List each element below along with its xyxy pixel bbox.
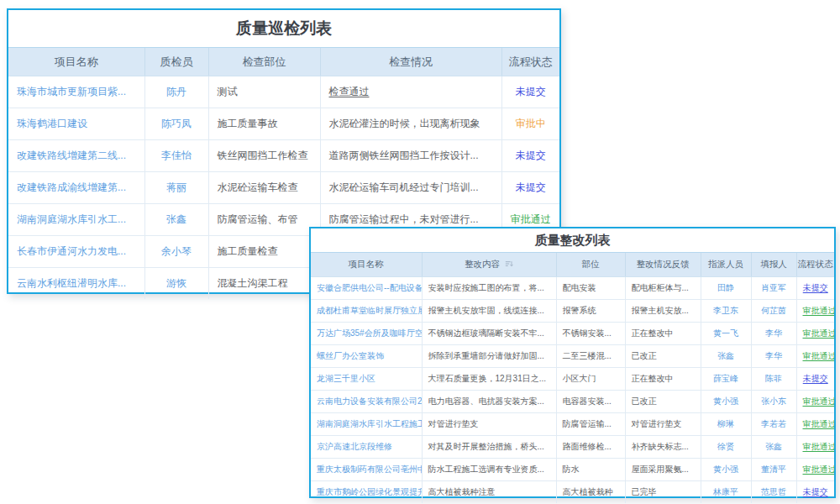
col-header-status: 流程状态: [796, 253, 834, 277]
project-link[interactable]: 湖南洞庭湖水库引水工...: [8, 213, 144, 227]
content-cell: 高大植被栽种注意: [423, 486, 556, 498]
reporter-name[interactable]: 李华: [752, 328, 796, 339]
inspector-name[interactable]: 游恢: [145, 276, 208, 291]
reporter-name[interactable]: 李若若: [752, 418, 796, 430]
location-cell: 施工质量事故: [209, 117, 320, 131]
col-header-location: 检查部位: [208, 48, 320, 76]
table-row: 重庆市鹅岭公园绿化景观提升...高大植被栽种注意高大植被栽种已完毕林康平范思哲未…: [311, 481, 834, 504]
part-cell: 防水: [557, 464, 625, 475]
status-badge[interactable]: 未提交: [797, 282, 835, 294]
assignee-name[interactable]: 张鑫: [701, 350, 751, 362]
reporter-name[interactable]: 范思哲: [752, 486, 796, 498]
col-header-reporter: 填报人: [751, 253, 796, 277]
col-header-inspector: 质检员: [144, 48, 208, 76]
project-link[interactable]: 重庆市鹅岭公园绿化景观提升...: [311, 486, 422, 498]
situation-cell: 水泥砼灌注的时候，出现离析现象: [321, 117, 501, 131]
col-header-status: 流程状态: [501, 48, 559, 76]
status-badge[interactable]: 审批通过: [797, 464, 835, 475]
status-badge[interactable]: 未提交: [502, 181, 560, 195]
content-cell: 防水工程施工选调有专业资质...: [423, 464, 556, 475]
part-cell: 路面维修检...: [557, 441, 625, 453]
reporter-name[interactable]: 何芷茵: [752, 305, 796, 317]
reporter-name[interactable]: 张鑫: [752, 441, 796, 453]
table-row: 成都杜甫草堂临时展厅独立展...报警主机安放牢固，线缆连接...报警系统报警主机…: [311, 300, 834, 323]
project-link[interactable]: 京沪高速北京段维修: [311, 441, 422, 453]
status-badge[interactable]: 审批通过: [797, 396, 835, 407]
location-cell: 施工质量检查: [209, 244, 320, 259]
project-link[interactable]: 长春市伊通河水力发电...: [8, 244, 144, 259]
table-row: 珠海市城市更新项目紫...陈丹测试检查通过未提交: [8, 76, 559, 108]
feedback-cell: 配电柜柜体与...: [626, 282, 701, 294]
reporter-name[interactable]: 肖亚军: [752, 282, 796, 294]
status-badge[interactable]: 审批通过: [797, 418, 835, 430]
project-link[interactable]: 成都杜甫草堂临时展厅独立展...: [311, 305, 422, 317]
content-cell: 安装时应按施工图的布置，将...: [423, 282, 556, 294]
reporter-name[interactable]: 董清平: [752, 464, 796, 475]
status-badge[interactable]: 未提交: [797, 486, 835, 498]
project-link[interactable]: 改建铁路成渝线增建第...: [8, 181, 144, 195]
col-header-feedback: 整改情况反馈: [625, 253, 701, 277]
inspector-name[interactable]: 李佳怡: [145, 149, 208, 163]
feedback-cell: 已完毕: [626, 486, 701, 498]
assignee-name[interactable]: 黄小强: [701, 396, 751, 407]
situation-cell: 水泥砼运输车司机经过专门培训...: [321, 181, 501, 195]
feedback-cell: 补齐缺失标志...: [626, 441, 701, 453]
project-link[interactable]: 万达广场35#会所及咖啡厅空...: [311, 328, 422, 339]
feedback-cell: 已改正: [626, 396, 701, 407]
sort-icon[interactable]: [505, 260, 513, 268]
project-link[interactable]: 螺丝厂办公室装饰: [311, 350, 422, 362]
status-badge[interactable]: 未提交: [797, 373, 835, 385]
project-link[interactable]: 重庆太极制药有限公司亳州中...: [311, 464, 422, 475]
part-cell: 配电安装: [557, 282, 625, 294]
part-cell: 高大植被栽种: [557, 486, 625, 498]
assignee-name[interactable]: 黄小强: [701, 464, 751, 475]
project-link[interactable]: 改建铁路线增建第二线...: [8, 149, 144, 163]
table-row: 螺丝厂办公室装饰拆除到承重墙部分请做好加固...二至三楼混...已改正张鑫李华审…: [311, 345, 834, 368]
inspector-name[interactable]: 张鑫: [145, 213, 208, 227]
assignee-name[interactable]: 柳琳: [701, 418, 751, 430]
assignee-name[interactable]: 徐贤: [701, 441, 751, 453]
inspector-name[interactable]: 蒋丽: [145, 181, 208, 195]
part-cell: 二至三楼混...: [557, 350, 625, 362]
inspector-name[interactable]: 陈巧凤: [145, 117, 208, 131]
reporter-name[interactable]: 李华: [752, 350, 796, 362]
inspector-name[interactable]: 余小琴: [145, 244, 208, 259]
assignee-name[interactable]: 林康平: [701, 486, 751, 498]
project-link[interactable]: 珠海鹤港口建设: [8, 117, 144, 131]
project-link[interactable]: 湖南洞庭湖水库引水工程施工I标: [311, 418, 422, 430]
status-badge[interactable]: 未提交: [502, 149, 560, 163]
status-badge[interactable]: 审批通过: [797, 350, 835, 362]
assignee-name[interactable]: 李卫东: [701, 305, 751, 317]
table-row: 珠海鹤港口建设陈巧凤施工质量事故水泥砼灌注的时候，出现离析现象审批中: [8, 108, 559, 140]
project-link[interactable]: 龙湖三千里小区: [311, 373, 422, 385]
project-link[interactable]: 云南水利枢纽潜明水库...: [8, 276, 144, 291]
status-badge[interactable]: 未提交: [502, 85, 560, 99]
inspector-name[interactable]: 陈丹: [145, 85, 208, 99]
assignee-name[interactable]: 黄一飞: [701, 328, 751, 339]
status-badge[interactable]: 审批中: [502, 117, 560, 131]
location-cell: 防腐管运输、布管: [209, 213, 320, 227]
project-link[interactable]: 云南电力设备安装有限公司20...: [311, 396, 422, 407]
table-row: 改建铁路成渝线增建第...蒋丽水泥砼运输车检查水泥砼运输车司机经过专门培训...…: [8, 172, 559, 204]
project-link[interactable]: 安徽合肥供电公司--配电设备...: [311, 282, 422, 294]
status-badge[interactable]: 审批通过: [797, 305, 835, 317]
status-badge[interactable]: 审批通过: [797, 441, 835, 453]
feedback-cell: 已改正: [626, 350, 701, 362]
part-cell: 报警系统: [557, 305, 625, 317]
status-badge[interactable]: 审批通过: [502, 213, 560, 227]
assignee-name[interactable]: 田静: [701, 282, 751, 294]
location-cell: 混凝土沟渠工程: [209, 276, 320, 291]
col-header-project: 项目名称: [8, 48, 144, 76]
rectification-list-title: 质量整改列表: [311, 228, 834, 253]
feedback-cell: 对管进行垫支: [626, 418, 701, 430]
part-cell: 防腐管运输...: [557, 418, 625, 430]
table-row: 湖南洞庭湖水库引水工程施工I标对管进行垫支防腐管运输...对管进行垫支柳琳李若若…: [311, 413, 834, 436]
status-badge[interactable]: 审批通过: [797, 328, 835, 339]
col-header-situation: 检查情况: [320, 48, 501, 76]
rectification-header-row: 项目名称 整改内容 部位 整改情况反馈 指派人员 填报人 流程状态: [311, 253, 834, 277]
situation-cell: 道路两侧铁丝网围挡工作按设计...: [321, 149, 501, 163]
assignee-name[interactable]: 薛宝峰: [701, 373, 751, 385]
project-link[interactable]: 珠海市城市更新项目紫...: [8, 85, 144, 99]
reporter-name[interactable]: 张小东: [752, 396, 796, 407]
reporter-name[interactable]: 陈菲: [752, 373, 796, 385]
